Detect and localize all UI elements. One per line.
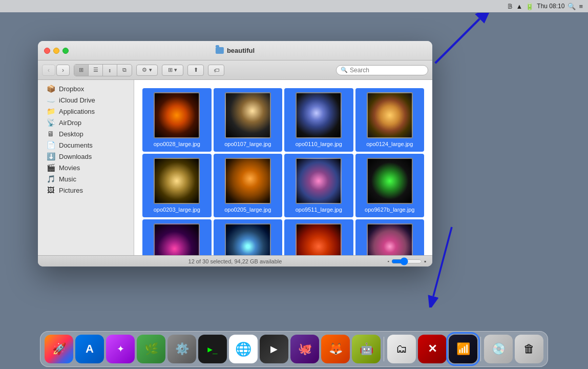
- wifi-icon[interactable]: ▲: [516, 3, 522, 10]
- sidebar-item-dropbox[interactable]: 📦 Dropbox: [40, 83, 132, 94]
- dock-item-android[interactable]: 🤖: [352, 335, 381, 363]
- airdrop-icon: 📡: [46, 118, 55, 127]
- dock-item-appstore[interactable]: A: [75, 335, 104, 363]
- file-item-opo0203_large-jpg[interactable]: opo0203_large.jpg: [142, 154, 212, 217]
- sidebar-item-music[interactable]: 🎵 Music: [40, 173, 132, 184]
- file-item-opo9901_large-jpg[interactable]: opo9901_large.jpg: [214, 219, 283, 255]
- dock-item-mas[interactable]: 🌿: [137, 335, 165, 363]
- tag-button[interactable]: 🏷: [208, 65, 224, 76]
- forward-icon: ›: [62, 67, 64, 74]
- dock-item-sysprefs[interactable]: ⚙️: [167, 335, 196, 363]
- zoom-min-icon: ▪: [388, 259, 389, 264]
- sidebar-label-airdrop: AirDrop: [59, 119, 81, 127]
- dock-item-trash[interactable]: 🗑: [515, 335, 543, 363]
- launchpad-icon: 🚀: [52, 342, 66, 356]
- column-view-button[interactable]: ⫾: [103, 65, 117, 76]
- spotlight-icon[interactable]: 🔍: [568, 3, 576, 10]
- sidebar-item-icloud[interactable]: ☁️ iCloud Drive: [40, 94, 132, 106]
- mas-icon: 🌿: [144, 342, 158, 356]
- file-grid: opo0028_large.jpgopo0107_large.jpgopo011…: [134, 80, 432, 255]
- bluetooth-icon[interactable]: 𝔹: [508, 3, 513, 10]
- appstore-icon: A: [86, 342, 94, 356]
- file-item-opo9912_large-jpg[interactable]: opo9912_large.jpg: [355, 219, 425, 255]
- dock-separator: [384, 337, 384, 361]
- search-bar[interactable]: 🔍: [336, 65, 428, 75]
- finder-content: 📦 Dropbox ☁️ iCloud Drive 📁 Applications…: [38, 80, 432, 255]
- file-thumbnail: [296, 158, 342, 204]
- finder2-icon: 🗂: [396, 342, 407, 356]
- dock-item-terminal[interactable]: ▶_: [198, 335, 227, 363]
- forward-button[interactable]: ›: [56, 65, 70, 76]
- dock-item-wifi-app[interactable]: 📶: [449, 335, 477, 363]
- sidebar-item-airdrop[interactable]: 📡 AirDrop: [40, 117, 132, 128]
- notification-icon[interactable]: ≡: [579, 3, 583, 10]
- sidebar-label-dropbox: Dropbox: [59, 85, 84, 93]
- list-view-button[interactable]: ☰: [89, 65, 103, 76]
- search-input[interactable]: [350, 67, 424, 74]
- file-item-opo9904_large-jpg[interactable]: opo9904_large.jpg: [284, 219, 353, 255]
- minimize-button[interactable]: [53, 48, 59, 54]
- sidebar-item-desktop[interactable]: 🖥 Desktop: [40, 128, 132, 139]
- file-item-opo9627b_large-jpg[interactable]: opo9627b_large.jpg: [355, 154, 425, 217]
- dock-item-setapp[interactable]: ✦: [106, 335, 135, 363]
- app7-icon: 🐙: [298, 342, 312, 356]
- wifi-app-icon: 📶: [456, 342, 470, 356]
- sidebar-item-movies[interactable]: 🎬 Movies: [40, 162, 132, 173]
- terminal-icon: ▶_: [207, 344, 217, 354]
- dock-item-disk[interactable]: 💿: [484, 335, 513, 363]
- dock-item-chrome[interactable]: 🌐: [229, 335, 258, 363]
- close-button[interactable]: [44, 48, 50, 54]
- sidebar-item-pictures[interactable]: 🖼 Pictures: [40, 184, 132, 196]
- file-item-opo0107_large-jpg[interactable]: opo0107_large.jpg: [214, 88, 283, 152]
- movies-icon: 🎬: [46, 163, 55, 172]
- dock-item-launchpad[interactable]: 🚀: [45, 335, 73, 363]
- file-thumbnail: [367, 158, 413, 204]
- sidebar-item-documents[interactable]: 📄 Documents: [40, 139, 132, 151]
- file-item-opo0205_large-jpg[interactable]: opo0205_large.jpg: [214, 154, 283, 217]
- dock-item-app8[interactable]: 🦊: [321, 335, 350, 363]
- dock-item-delete[interactable]: ✕: [418, 335, 447, 363]
- file-label: opo0203_large.jpg: [152, 206, 202, 213]
- action-button[interactable]: ⚙ ▾: [136, 65, 158, 76]
- music-icon: 🎵: [46, 175, 55, 183]
- size-slider[interactable]: [391, 259, 422, 264]
- sidebar-item-applications[interactable]: 📁 Applications: [40, 106, 132, 117]
- share-button[interactable]: ⬆: [187, 65, 204, 76]
- file-thumbnail: [225, 92, 271, 138]
- file-label: opo0124_large.jpg: [364, 140, 415, 148]
- sidebar: 📦 Dropbox ☁️ iCloud Drive 📁 Applications…: [38, 80, 134, 255]
- dock-separator2: [480, 337, 481, 361]
- file-thumbnail: [225, 223, 271, 255]
- file-item-opo0124_large-jpg[interactable]: opo0124_large.jpg: [355, 88, 425, 152]
- menubar-right: 𝔹 ▲ 🔋 Thu 08:10 🔍 ≡: [508, 3, 583, 10]
- sidebar-item-downloads[interactable]: ⬇️ Downloads: [40, 151, 132, 162]
- gear-icon: ⚙ ▾: [142, 67, 152, 73]
- title-bar: beautiful: [38, 41, 432, 60]
- icon-view-button[interactable]: ⊞: [74, 65, 89, 76]
- arrange-button[interactable]: ⊞ ▾: [162, 65, 183, 76]
- maximize-button[interactable]: [62, 48, 69, 54]
- dock-item-app7[interactable]: 🐙: [290, 335, 319, 363]
- svg-line-1: [435, 19, 480, 64]
- menubar: 𝔹 ▲ 🔋 Thu 08:10 🔍 ≡: [0, 0, 588, 12]
- file-item-opo9511_large-jpg[interactable]: opo9511_large.jpg: [284, 154, 353, 217]
- file-thumbnail: [225, 158, 271, 204]
- annotation-arrow-up: [424, 13, 491, 69]
- window-title-text: beautiful: [227, 47, 255, 54]
- dock-item-finder2[interactable]: 🗂: [387, 335, 416, 363]
- file-item-opo0110_large-jpg[interactable]: opo0110_large.jpg: [284, 88, 353, 152]
- chrome-icon: 🌐: [235, 341, 251, 357]
- dock-item-app6[interactable]: ▶: [260, 335, 288, 363]
- svg-line-3: [433, 227, 452, 296]
- back-button[interactable]: ‹: [42, 65, 55, 76]
- battery-icon[interactable]: 🔋: [526, 3, 534, 10]
- cover-view-button[interactable]: ⧉: [117, 65, 132, 76]
- clock: Thu 08:10: [537, 3, 564, 10]
- file-item-opo0028_large-jpg[interactable]: opo0028_large.jpg: [142, 88, 212, 152]
- android-icon: 🤖: [360, 342, 373, 356]
- file-item-opo9831_large-jpg[interactable]: opo9831_large.jpg: [142, 219, 212, 255]
- search-icon: 🔍: [341, 67, 348, 73]
- zoom-slider[interactable]: ▪ ▪: [388, 258, 426, 265]
- dock: 🚀 A ✦ 🌿 ⚙️ ▶_ 🌐 ▶ 🐙: [40, 331, 548, 367]
- nav-buttons: ‹ ›: [42, 65, 70, 76]
